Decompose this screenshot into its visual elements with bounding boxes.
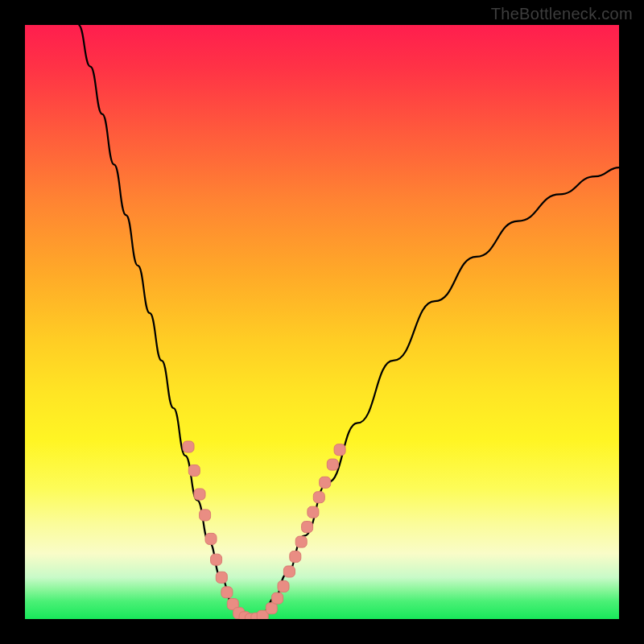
plot-area (25, 25, 619, 619)
data-marker (183, 441, 194, 452)
left-curve-path (78, 25, 250, 619)
data-marker (320, 477, 331, 488)
data-marker (308, 506, 319, 518)
curve-layer (25, 25, 619, 619)
data-marker (221, 587, 233, 598)
data-marker (216, 572, 227, 583)
data-marker (205, 533, 217, 544)
data-marker (302, 522, 313, 533)
data-marker (295, 536, 307, 547)
data-marker (266, 603, 277, 614)
data-marker (290, 551, 301, 563)
data-marker (327, 459, 338, 470)
data-marker (334, 444, 345, 456)
marker-group (183, 441, 345, 619)
watermark-text: TheBottleneck.com (491, 5, 633, 23)
data-marker (278, 580, 289, 592)
data-marker (283, 566, 295, 577)
data-marker (272, 592, 283, 604)
data-marker (188, 465, 200, 477)
data-marker (313, 492, 324, 503)
chart-frame: TheBottleneck.com (0, 0, 644, 644)
data-marker (200, 510, 211, 521)
right-curve-path (250, 167, 619, 619)
data-marker (211, 554, 222, 565)
data-marker (194, 489, 205, 500)
